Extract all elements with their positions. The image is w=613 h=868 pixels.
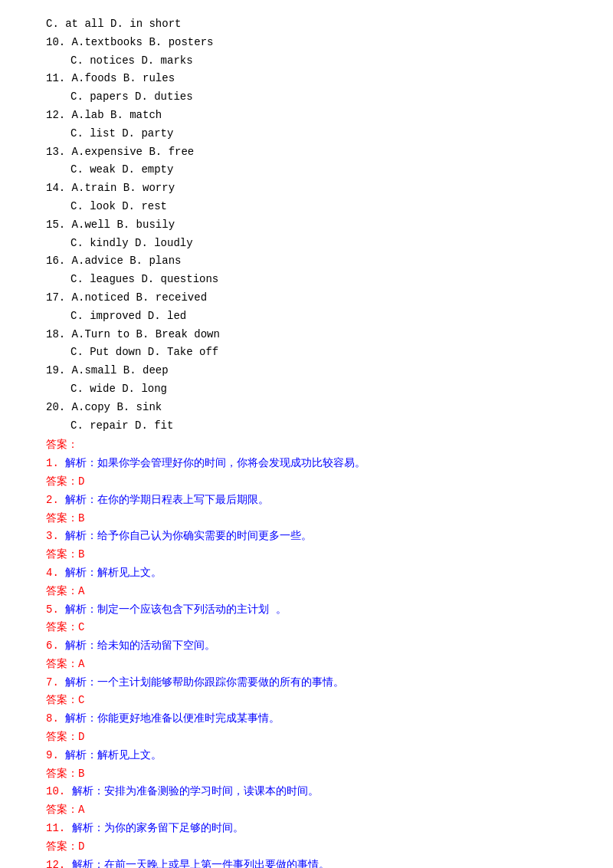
q14-number: 14. xyxy=(46,182,72,194)
q20-options-ab: A.copy B. sink xyxy=(72,401,162,413)
q14-options-cd: C. look D. rest xyxy=(70,200,167,212)
q18-options-cd: C. Put down D. Take off xyxy=(70,346,218,358)
q13-options-cd: C. weak D. empty xyxy=(70,163,173,176)
answer-11-value: 答案：D xyxy=(46,838,567,856)
question-17-cd: C. improved D. led xyxy=(46,307,567,326)
answers-header-label: 答案： xyxy=(46,439,78,451)
a6-answer: A xyxy=(78,658,84,670)
a11-explanation: 为你的家务留下足够的时间。 xyxy=(104,822,244,834)
q15-options-cd: C. kindly D. loudly xyxy=(70,237,193,249)
a8-answer: D xyxy=(78,731,84,743)
a3-number: 3. xyxy=(46,530,65,542)
answer-9-value: 答案：B xyxy=(46,765,567,784)
a4-answer-label: 答案： xyxy=(46,585,78,597)
a5-answer-label: 答案： xyxy=(46,621,78,633)
q11-number: 11. xyxy=(46,72,72,84)
a8-answer-label: 答案： xyxy=(46,731,78,743)
q11-options-cd: C. papers D. duties xyxy=(70,90,193,103)
q17-options-ab: A.noticed B. received xyxy=(72,291,207,304)
a11-explanation-label: 解析： xyxy=(72,822,104,834)
q16-options-ab: A.advice B. plans xyxy=(72,255,182,267)
question-20-cd: C. repair D. fit xyxy=(46,417,567,436)
a4-explanation: 解析见上文。 xyxy=(97,567,162,579)
question-10: 10. A.textbooks B. posters xyxy=(46,34,567,52)
a5-answer: C xyxy=(78,621,84,633)
a5-explanation-label: 解析： xyxy=(65,603,97,616)
answer-2-value: 答案：B xyxy=(46,510,567,528)
answer-5-value: 答案：C xyxy=(46,619,567,637)
question-11-cd: C. papers D. duties xyxy=(46,88,567,107)
question-13-cd: C. weak D. empty xyxy=(46,161,567,179)
question-20: 20. A.copy B. sink xyxy=(46,399,567,417)
a3-answer-label: 答案： xyxy=(46,548,78,561)
answer-9: 9. 解析：解析见上文。 xyxy=(46,747,567,765)
a10-number: 10. xyxy=(46,785,72,797)
a2-answer-label: 答案： xyxy=(46,512,78,524)
a1-number: 1. xyxy=(46,457,65,469)
q12-options-ab: A.lab B. match xyxy=(72,109,162,121)
a6-answer-label: 答案： xyxy=(46,658,78,670)
q19-options-ab: A.small B. deep xyxy=(72,364,169,376)
option-d-in-short: D. in short xyxy=(110,18,181,30)
a9-explanation-label: 解析： xyxy=(65,749,97,761)
question-14: 14. A.train B. worry xyxy=(46,179,567,198)
a12-number: 12. xyxy=(46,859,72,868)
answer-11: 11. 解析：为你的家务留下足够的时间。 xyxy=(46,820,567,838)
a8-number: 8. xyxy=(46,712,65,725)
q15-number: 15. xyxy=(46,219,72,231)
answer-8: 8. 解析：你能更好地准备以便准时完成某事情。 xyxy=(46,710,567,728)
a3-explanation-label: 解析： xyxy=(65,530,97,542)
a6-explanation: 给未知的活动留下空间。 xyxy=(97,639,215,652)
question-11: 11. A.foods B. rules xyxy=(46,70,567,88)
a12-explanation-label: 解析： xyxy=(72,859,104,868)
a7-answer: C xyxy=(78,694,84,706)
question-13: 13. A.expensive B. free xyxy=(46,143,567,162)
a1-answer: D xyxy=(78,475,84,488)
q18-number: 18. xyxy=(46,328,72,340)
question-10-cd: C. notices D. marks xyxy=(46,52,567,71)
q19-number: 19. xyxy=(46,364,72,376)
question-12: 12. A.lab B. match xyxy=(46,107,567,125)
a3-explanation: 给予你自己认为你确实需要的时间更多一些。 xyxy=(97,530,312,542)
answer-7-value: 答案：C xyxy=(46,692,567,710)
a9-answer-label: 答案： xyxy=(46,768,78,780)
a8-explanation: 你能更好地准备以便准时完成某事情。 xyxy=(97,712,280,725)
answers-header: 答案： xyxy=(46,436,567,455)
a7-answer-label: 答案： xyxy=(46,694,78,706)
q17-options-cd: C. improved D. led xyxy=(70,310,186,322)
question-12-cd: C. list D. party xyxy=(46,125,567,143)
a12-explanation: 在前一天晚上或早上第一件事列出要做的事情。 xyxy=(104,859,329,868)
answer-1-value: 答案：D xyxy=(46,473,567,492)
a7-explanation: 一个主计划能够帮助你跟踪你需要做的所有的事情。 xyxy=(97,676,344,689)
q20-options-cd: C. repair D. fit xyxy=(70,419,173,432)
answer-10-value: 答案：A xyxy=(46,801,567,820)
question-19-cd: C. wide D. long xyxy=(46,380,567,399)
a7-explanation-label: 解析： xyxy=(65,676,97,689)
answer-12: 12. 解析：在前一天晚上或早上第一件事列出要做的事情。 xyxy=(46,856,567,868)
a9-explanation: 解析见上文。 xyxy=(97,749,162,761)
a6-number: 6. xyxy=(46,639,65,652)
q14-options-ab: A.train B. worry xyxy=(72,182,175,194)
q12-number: 12. xyxy=(46,109,72,121)
answer-3-value: 答案：B xyxy=(46,546,567,564)
option-c-at-all: C. at all xyxy=(46,18,104,30)
continuation-line: C. at all D. in short xyxy=(46,15,567,34)
answer-5: 5. 解析：制定一个应该包含下列活动的主计划 。 xyxy=(46,601,567,620)
q18-options-ab: A.Turn to B. Break down xyxy=(72,328,220,340)
a2-explanation-label: 解析： xyxy=(65,494,97,506)
q13-options-ab: A.expensive B. free xyxy=(72,146,195,158)
answer-10: 10. 解析：安排为准备测验的学习时间，读课本的时间。 xyxy=(46,783,567,801)
q10-options-cd: C. notices D. marks xyxy=(70,54,193,67)
question-16-cd: C. leagues D. questions xyxy=(46,271,567,289)
answer-4-value: 答案：A xyxy=(46,583,567,601)
a5-explanation: 制定一个应该包含下列活动的主计划 。 xyxy=(97,603,286,616)
q10-options-ab: A.textbooks B. posters xyxy=(72,36,214,48)
answer-3: 3. 解析：给予你自己认为你确实需要的时间更多一些。 xyxy=(46,528,567,546)
a8-explanation-label: 解析： xyxy=(65,712,97,725)
question-15: 15. A.well B. busily xyxy=(46,216,567,235)
a10-answer: A xyxy=(78,804,84,816)
a9-number: 9. xyxy=(46,749,65,761)
a11-answer-label: 答案： xyxy=(46,840,78,853)
answer-7: 7. 解析：一个主计划能够帮助你跟踪你需要做的所有的事情。 xyxy=(46,674,567,692)
answer-6-value: 答案：A xyxy=(46,656,567,674)
